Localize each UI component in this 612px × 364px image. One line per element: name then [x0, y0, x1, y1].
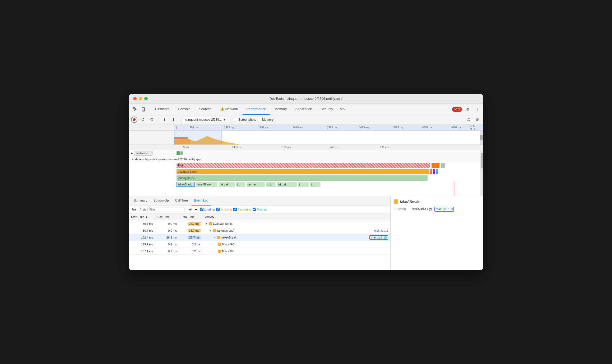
inspect-icon[interactable]: [131, 106, 138, 113]
takeabreak-selected-bar[interactable]: takeABreak: [177, 182, 195, 187]
evaluate-bar-label: Evaluate Script: [178, 170, 197, 173]
th-start-time[interactable]: Start Time ▲: [129, 213, 155, 220]
tab-summary[interactable]: Summary: [131, 196, 150, 206]
timeline-top-ruler: | 999 ms 1499 ms 1999 ms 2499 ms 2999 ms…: [129, 124, 483, 131]
th-self-time[interactable]: Self Time: [155, 213, 179, 220]
tb-bar-4[interactable]: t...: [236, 182, 245, 187]
tb-bar-6[interactable]: t...k: [266, 182, 276, 187]
table-row-selected[interactable]: 102.4 ms 26.3 ms 26.7 ms ▼ takeABreak ma…: [129, 234, 390, 241]
expand-icon-2[interactable]: ▼: [205, 229, 212, 232]
settings-icon[interactable]: ⚙: [464, 106, 471, 113]
expand-icon-1[interactable]: ▼: [205, 222, 208, 225]
flamechart-scrollbar[interactable]: [480, 150, 483, 196]
memory-checkbox[interactable]: [258, 118, 261, 121]
painting-checkbox-group: Painting: [253, 208, 267, 211]
close-button[interactable]: [133, 97, 137, 100]
th-total-time[interactable]: Total Time: [179, 213, 203, 220]
upload-icon[interactable]: ⬆: [161, 116, 168, 123]
td-activity-2: ▼ (anonymous) main.js:1:1: [203, 227, 390, 234]
timeline-selection[interactable]: [174, 131, 221, 144]
tab-sources[interactable]: Sources: [195, 104, 215, 115]
bottom-panel: Summary Bottom-Up Call Tree Event Log Aa…: [129, 196, 483, 270]
tab-performance[interactable]: Performance: [243, 104, 270, 115]
td-activity-5: Minor GC: [203, 248, 390, 254]
tb-bar-8[interactable]: t...: [298, 182, 309, 187]
tab-memory[interactable]: Memory: [271, 104, 291, 115]
th-self-label: Self Time: [157, 215, 170, 218]
tab-bottom-up[interactable]: Bottom-Up: [151, 196, 171, 206]
task-track: Task: [174, 162, 483, 168]
filter-case-button[interactable]: Aa: [131, 207, 137, 211]
record-button[interactable]: [131, 116, 137, 123]
filter-all-dropdown[interactable]: All: [186, 207, 198, 212]
th-start-label: Start Time: [131, 215, 144, 218]
maximize-button[interactable]: [144, 97, 148, 100]
function-link[interactable]: main.js:6:10: [434, 207, 454, 212]
network-row: ▶ Network ...: [129, 150, 483, 156]
tab-event-log[interactable]: Event Log: [192, 196, 211, 206]
tb-bar-5[interactable]: tak...ak: [247, 182, 265, 187]
detail-panel: takeABreak Function takeABreak @ main.js…: [391, 196, 483, 270]
minimap-area[interactable]: [129, 131, 483, 144]
filter-bar: Aa .* ab All Loading Scripting: [129, 206, 390, 213]
task-bar[interactable]: Task: [177, 163, 430, 168]
more-options-icon[interactable]: ⋮: [474, 106, 481, 113]
tb-bar-7[interactable]: tak...ak: [277, 182, 297, 187]
anonymous-row: (anonymous): [129, 175, 483, 181]
filter-regex-button[interactable]: .*: [139, 207, 141, 212]
timeline-scrollbar[interactable]: [480, 131, 483, 144]
tab-console[interactable]: Console: [174, 104, 194, 115]
flamechart-scrollbar-thumb[interactable]: [481, 153, 483, 169]
triangle-down-icon: ▼: [131, 158, 133, 161]
tb-bar-9[interactable]: t...: [310, 182, 321, 187]
tb-selected-label: takeABreak: [178, 183, 192, 186]
download-icon[interactable]: ⬇: [170, 116, 177, 123]
gear-icon[interactable]: ⚙: [474, 116, 481, 123]
ruler-tick-2499: 2499 ms: [293, 126, 303, 129]
tab-call-tree[interactable]: Call Tree: [173, 196, 191, 206]
detail-function-row: Function takeABreak @ main.js:6:10: [394, 207, 480, 212]
timeline-container: | 999 ms 1499 ms 1999 ms 2499 ms 2999 ms…: [129, 124, 483, 145]
table-row[interactable]: 80.6 ms 0.0 ms 26.7 ms ▼ Evaluate Script: [129, 220, 390, 227]
th-activity[interactable]: Activity: [203, 213, 390, 220]
url-dropdown[interactable]: clinquant-mousse-2f239... ▼: [183, 117, 228, 122]
evaluate-script-bar[interactable]: Evaluate Script: [177, 169, 429, 174]
filter-whole-word-button[interactable]: ab: [143, 208, 146, 211]
table-row[interactable]: 119.9 ms 0.2 ms 0.2 ms Minor GC: [129, 241, 390, 248]
tab-application[interactable]: Application: [292, 104, 316, 115]
screenshots-checkbox[interactable]: [234, 118, 237, 121]
tb-bar-3[interactable]: tak...ak: [219, 182, 235, 187]
ruler-tick-1499: 1499 ms: [224, 126, 234, 129]
scripting-checkbox[interactable]: [216, 208, 220, 211]
table-row[interactable]: 107.1 ms 0.2 ms 0.2 ms Minor GC: [129, 248, 390, 255]
tab-security[interactable]: Security: [317, 104, 337, 115]
anonymous-bar[interactable]: (anonymous): [177, 175, 428, 181]
tab-network[interactable]: ⚠️ Network: [216, 104, 242, 115]
network-label: ▶ Network ...: [129, 151, 174, 156]
more-settings-icon[interactable]: 🖨: [465, 116, 472, 123]
reload-icon[interactable]: ↺: [139, 116, 146, 123]
activity-icon-4: [218, 243, 221, 246]
timeline-scrollbar-thumb[interactable]: [480, 135, 483, 141]
source-link-3[interactable]: main.js:6:10: [369, 235, 388, 240]
network-bar-2: [180, 151, 183, 155]
minimize-button[interactable]: [139, 97, 142, 100]
tb-bar-2[interactable]: takeABreak: [196, 182, 217, 187]
source-link-2[interactable]: main.js:1:1: [374, 229, 388, 232]
table-row[interactable]: 80.7 ms 0.0 ms 26.7 ms ▼ (anonymous) mai…: [129, 227, 390, 234]
title-bar: DevTools - clinquant-mousse-2f2396.netli…: [129, 94, 483, 104]
table-header: Start Time ▲ Self Time Total Time Activi…: [129, 213, 390, 220]
expand-icon-3[interactable]: ▼: [205, 236, 216, 239]
rendering-checkbox[interactable]: [233, 208, 237, 211]
more-tabs-button[interactable]: >>: [338, 107, 347, 112]
devtools-body: Elements Console Sources ⚠️ Network Perf…: [129, 104, 483, 270]
filter-input[interactable]: [147, 207, 184, 212]
loading-checkbox[interactable]: [200, 208, 203, 211]
network-button[interactable]: Network ...: [134, 151, 153, 156]
tab-elements[interactable]: Elements: [151, 104, 173, 115]
clear-icon[interactable]: ⊘: [148, 116, 155, 123]
device-icon[interactable]: [140, 106, 147, 113]
painting-checkbox[interactable]: [253, 208, 256, 211]
flame-ruler: 99 ms 149 ms 199 ms 249 ms 299 ms: [129, 145, 483, 150]
td-start-4: 119.9 ms: [129, 241, 155, 248]
